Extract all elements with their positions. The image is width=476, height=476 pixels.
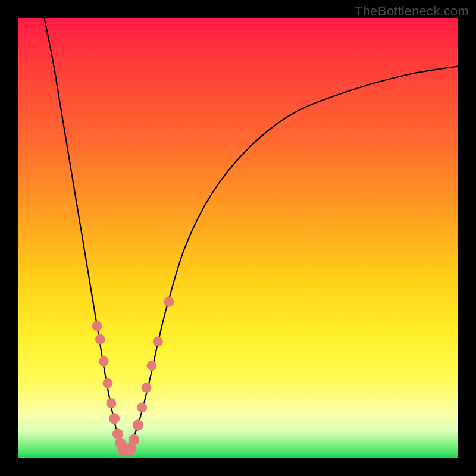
marker-point <box>153 336 163 346</box>
marker-point <box>137 402 147 412</box>
marker-point <box>129 434 139 445</box>
highlight-markers <box>92 297 174 458</box>
marker-point <box>133 419 143 430</box>
marker-point <box>164 297 174 307</box>
plot-area <box>18 18 458 458</box>
marker-point <box>147 361 157 371</box>
marker-point <box>109 413 120 424</box>
marker-point <box>92 321 102 331</box>
marker-point <box>95 334 105 345</box>
bottleneck-curve <box>44 18 458 455</box>
watermark-text: TheBottleneck.com <box>355 4 469 19</box>
marker-point <box>112 428 123 439</box>
curve-layer <box>18 18 458 458</box>
marker-point <box>142 383 152 393</box>
marker-point <box>99 356 109 367</box>
marker-point <box>103 378 113 389</box>
chart-frame: TheBottleneck.com <box>0 0 476 476</box>
marker-point <box>106 398 116 408</box>
baseline-strip <box>18 455 458 458</box>
